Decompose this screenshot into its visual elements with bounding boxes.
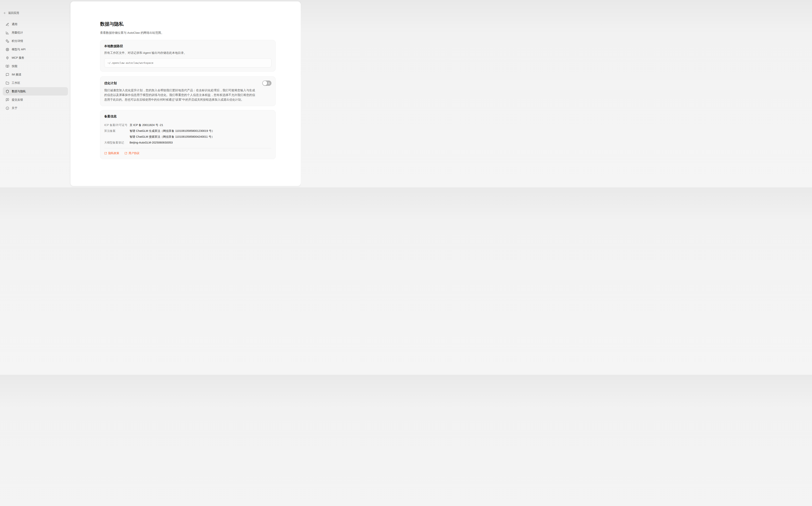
sidebar-item-label: MCP 服务 [12, 56, 24, 60]
bar-chart-icon [6, 31, 9, 34]
sidebar-nav: 通用 用量统计 积分详情 模型与 API MCP 服务 技能 IM 频道 工作 [3, 20, 68, 112]
user-agreement-label: 用户协议 [129, 152, 140, 155]
sidebar-item-label: 积分详情 [12, 39, 23, 43]
cpu-icon [6, 48, 9, 51]
message-square-plus-icon [6, 98, 9, 102]
sidebar-item-label: 工作区 [12, 81, 20, 85]
sidebar-item-label: IM 频道 [12, 73, 21, 76]
optimization-plan-description: 我们诚邀您加入优化提升计划，您的加入会帮助我们更好地迭代产品：在去标识化处理后，… [104, 88, 272, 102]
filing-row-icp: ICP 备案/许可证号 京 ICP 备 20011824 号 -21 [104, 122, 272, 128]
toggle-knob [263, 81, 267, 85]
info-circle-icon [6, 106, 9, 110]
message-square-icon [6, 73, 9, 76]
optimization-plan-title: 优化计划 [104, 81, 117, 85]
external-link-icon [125, 152, 127, 155]
main-panel: 数据与隐私 查看数据存储位置与 AutoClaw 的网络出站范围。 本地数据路径… [70, 1, 301, 186]
sidebar-item-mcp-services[interactable]: MCP 服务 [3, 54, 68, 62]
back-to-app-label: 返回应用 [8, 11, 19, 15]
arrow-left-icon [3, 11, 6, 15]
filing-row-algorithm-1: 算法备案 智谱 ChatGLM 生成算法（网信算备 11010810585800… [104, 128, 272, 134]
legal-links-row: 隐私政策 用户协议 [104, 152, 272, 155]
page-title: 数据与隐私 [100, 21, 276, 27]
toggle-state-label: 关 [268, 82, 270, 84]
sidebar-item-label: 通用 [12, 22, 17, 26]
sidebar-item-skills[interactable]: 技能 [3, 62, 68, 70]
sidebar-item-label: 技能 [12, 64, 17, 68]
local-data-path-card: 本地数据路径 所有工作区文件、对话记录和 Agent 输出均存储在此本地目录。 … [100, 40, 276, 72]
book-open-icon [6, 65, 9, 68]
filing-row-label: ICP 备案/许可证号 [104, 122, 130, 128]
back-to-app-button[interactable]: 返回应用 [3, 11, 19, 15]
filing-info-title: 备案信息 [104, 114, 272, 118]
sidebar-item-data-privacy[interactable]: 数据与隐私 [3, 87, 68, 96]
external-link-icon [104, 152, 107, 155]
filing-row-value: Beijing-AutoGLM-20250606S0053 [130, 140, 173, 146]
sidebar-item-general[interactable]: 通用 [3, 20, 68, 28]
filing-row-label: 算法备案 [104, 128, 130, 134]
filing-row-large-model: 大模型备案登记 Beijing-AutoGLM-20250606S0053 [104, 140, 272, 146]
local-data-path-description: 所有工作区文件、对话记录和 Agent 输出均存储在此本地目录。 [104, 51, 272, 55]
filing-row-value: 智谱 ChatGLM 生成算法（网信算备 1101081058580012300… [130, 128, 214, 134]
sidebar-item-label: 模型与 API [12, 48, 25, 51]
sidebar-item-label: 用量统计 [12, 31, 23, 34]
shield-icon [6, 90, 9, 93]
filing-info-card: 备案信息 ICP 备案/许可证号 京 ICP 备 20011824 号 -21 … [100, 110, 276, 159]
sidebar-item-usage-stats[interactable]: 用量统计 [3, 28, 68, 37]
sidebar-item-label: 关于 [12, 106, 17, 110]
sidebar-item-models-api[interactable]: 模型与 API [3, 45, 68, 54]
pen-icon [6, 23, 9, 26]
page-subtitle: 查看数据存储位置与 AutoClaw 的网络出站范围。 [100, 30, 276, 35]
local-data-path-field[interactable]: ~/.openclaw-autoclaw/workspace [104, 58, 272, 68]
privacy-policy-label: 隐私政策 [108, 152, 119, 155]
sidebar-item-about[interactable]: 关于 [3, 104, 68, 112]
plug-icon [6, 56, 9, 60]
filing-row-label: 大模型备案登记 [104, 140, 130, 146]
optimization-plan-toggle[interactable]: 关 [262, 81, 272, 86]
folder-icon [6, 81, 9, 85]
settings-sidebar: 返回应用 通用 用量统计 积分详情 模型与 API MCP 服务 技能 I [0, 0, 70, 187]
filing-row-value: 京 ICP 备 20011824 号 -21 [130, 122, 163, 128]
filing-row-value: 智谱 ChatGLM 搜索算法（网信算备 1101081058580042400… [130, 134, 214, 140]
filing-row-label [104, 134, 130, 140]
sidebar-item-credits[interactable]: 积分详情 [3, 37, 68, 45]
filing-row-algorithm-2: 智谱 ChatGLM 搜索算法（网信算备 1101081058580042400… [104, 134, 272, 140]
sidebar-item-workspace[interactable]: 工作区 [3, 79, 68, 87]
sidebar-item-label: 数据与隐私 [12, 89, 26, 93]
user-agreement-link[interactable]: 用户协议 [125, 152, 140, 155]
sidebar-item-feedback[interactable]: 提交反馈 [3, 96, 68, 104]
coins-icon [6, 39, 9, 43]
privacy-policy-link[interactable]: 隐私政策 [104, 152, 119, 155]
sidebar-item-label: 提交反馈 [12, 98, 23, 102]
local-data-path-title: 本地数据路径 [104, 44, 272, 48]
optimization-plan-card: 优化计划 关 我们诚邀您加入优化提升计划，您的加入会帮助我们更好地迭代产品：在去… [100, 76, 276, 106]
filing-rows: ICP 备案/许可证号 京 ICP 备 20011824 号 -21 算法备案 … [104, 122, 272, 146]
sidebar-item-im-channels[interactable]: IM 频道 [3, 70, 68, 79]
